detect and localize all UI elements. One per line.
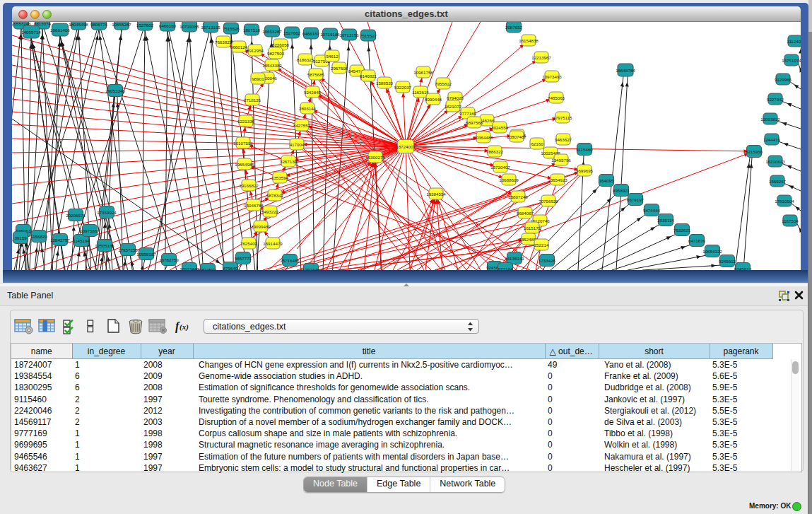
svg-text:9777169: 9777169 [459,111,477,116]
svg-text:19654985: 19654985 [235,162,254,167]
svg-text:16914479: 16914479 [263,241,283,246]
svg-text:10719186: 10719186 [320,32,340,37]
svg-text:2967608: 2967608 [331,66,348,71]
svg-text:1733426: 1733426 [539,258,556,263]
svg-text:2935114: 2935114 [657,218,674,223]
svg-text:7955812: 7955812 [435,81,452,86]
svg-text:1292346: 1292346 [302,267,320,271]
svg-text:1569257: 1569257 [769,179,787,184]
svg-text:20364486: 20364486 [473,135,493,140]
svg-text:10961758: 10961758 [413,70,433,75]
svg-text:8471676: 8471676 [688,238,706,243]
svg-text:10807487: 10807487 [507,134,526,139]
svg-text:39159: 39159 [14,235,27,240]
svg-text:417004: 417004 [290,142,305,147]
svg-text:1244419: 1244419 [763,137,781,142]
svg-text:70756928: 70756928 [539,199,558,204]
svg-text:9227342: 9227342 [767,97,784,102]
svg-text:17810504: 17810504 [775,199,794,204]
svg-text:9824502: 9824502 [199,267,217,271]
svg-text:1615172: 1615172 [524,226,541,230]
svg-text:18724007: 18724007 [396,144,416,149]
svg-text:15807249: 15807249 [508,194,528,199]
svg-text:15716485: 15716485 [280,258,300,263]
svg-text:20206576: 20206576 [66,213,86,218]
svg-text:7625402: 7625402 [240,241,258,246]
svg-text:6466162: 6466162 [302,31,320,36]
svg-text:1156829: 1156829 [30,234,47,239]
svg-text:9657771: 9657771 [235,256,252,261]
svg-text:18045498: 18045498 [69,22,88,27]
svg-text:8958921: 8958921 [613,188,630,193]
svg-text:10973493: 10973493 [542,74,562,79]
svg-text:9660124: 9660124 [230,45,248,49]
svg-text:9245613: 9245613 [734,267,752,271]
svg-text:10975867: 10975867 [80,228,100,233]
svg-text:10688609: 10688609 [499,177,519,182]
svg-text:1807518: 1807518 [243,28,261,33]
svg-text:7515527: 7515527 [360,33,377,38]
svg-text:16210643: 16210643 [765,159,785,164]
svg-text:10923448: 10923448 [180,267,199,271]
svg-text:17975115: 17975115 [553,115,572,120]
svg-text:5684067: 5684067 [517,211,534,216]
svg-text:252214: 252214 [534,243,549,247]
svg-text:62160: 62160 [531,141,543,146]
svg-text:6897568: 6897568 [466,120,483,125]
svg-text:10655287: 10655287 [112,22,131,27]
svg-text:8186323: 8186323 [297,57,314,62]
svg-text:16713155: 16713155 [201,25,220,30]
svg-text:16648784: 16648784 [616,68,635,73]
svg-text:1353594: 1353594 [271,175,289,180]
svg-text:977164: 977164 [498,267,513,271]
svg-text:9129966: 9129966 [775,77,792,82]
svg-text:2087652: 2087652 [505,25,523,30]
svg-text:12213967: 12213967 [531,55,551,60]
svg-text:2803144: 2803144 [299,106,317,111]
svg-text:98901: 98901 [252,76,264,81]
svg-text:9474444: 9474444 [643,208,661,213]
svg-text:13495796: 13495796 [551,158,571,163]
svg-text:1145194: 1145194 [73,238,90,243]
svg-text:15751074: 15751074 [782,58,801,63]
svg-text:1621072: 1621072 [445,104,462,109]
svg-text:9146821: 9146821 [360,74,377,78]
svg-text:17957255: 17957255 [118,247,138,252]
svg-text:1112406: 1112406 [787,39,801,44]
svg-text:7886322: 7886322 [486,149,504,154]
svg-text:(x): (x) [180,322,189,332]
svg-text:1527602: 1527602 [136,23,154,28]
svg-text:10653287: 10653287 [262,29,282,34]
svg-text:1527662: 1527662 [283,30,301,35]
svg-text:6679197: 6679197 [627,197,645,202]
svg-text:3024554: 3024554 [491,125,509,130]
svg-text:12842757: 12842757 [50,238,70,243]
svg-text:2718126: 2718126 [244,98,261,103]
svg-text:12093822: 12093822 [760,117,780,122]
svg-text:5875685: 5875685 [307,72,325,77]
svg-text:5322037: 5322037 [394,85,412,90]
svg-text:14136141: 14136141 [505,256,524,261]
svg-text:14055714: 14055714 [21,30,41,35]
svg-text:5226058: 5226058 [272,42,290,47]
svg-text:8215958: 8215958 [746,149,763,154]
svg-text:16713156: 16713156 [339,33,359,37]
svg-text:16154838: 16154838 [519,38,539,43]
svg-text:1162615: 1162615 [412,90,429,95]
svg-text:6466160: 6466160 [159,23,177,28]
svg-text:7663822: 7663822 [215,40,233,45]
svg-text:9245612: 9245612 [719,259,736,264]
svg-text:15046788: 15046788 [244,203,264,208]
svg-text:20691406: 20691406 [50,28,70,33]
svg-text:7632621: 7632621 [673,228,691,233]
svg-text:10719185: 10719185 [180,24,199,29]
svg-text:9242845: 9242845 [304,90,322,95]
svg-text:15300275: 15300275 [365,155,385,160]
svg-text:7485063: 7485063 [548,95,565,100]
svg-text:19166822: 19166822 [239,183,259,188]
svg-text:17359924: 17359924 [97,210,117,215]
svg-text:15720407: 15720407 [490,165,510,170]
svg-text:7515526: 7515526 [223,26,240,31]
svg-text:9806774: 9806774 [90,22,108,27]
svg-text:10654122: 10654122 [702,249,722,254]
